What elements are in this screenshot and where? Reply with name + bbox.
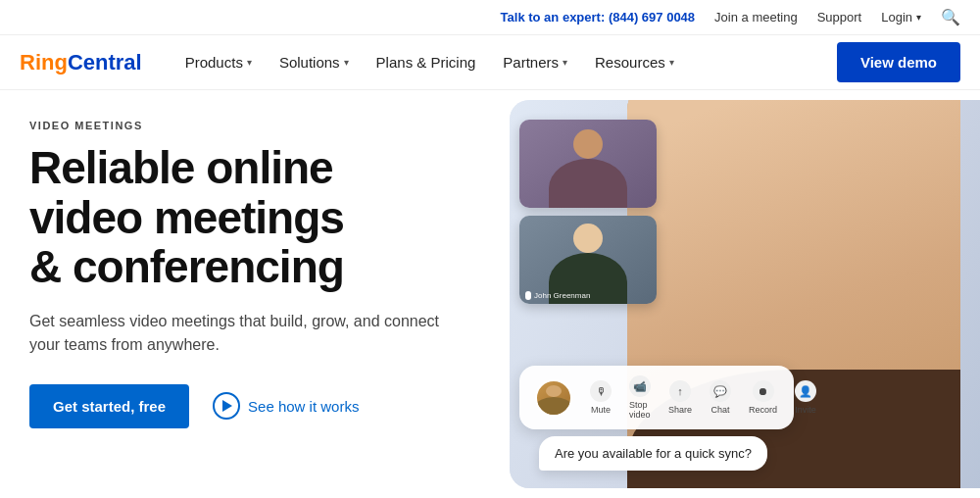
- control-share[interactable]: ↑ Share: [668, 380, 692, 415]
- control-invite[interactable]: 👤 Invite: [795, 380, 816, 415]
- nav-item-resources[interactable]: Resources ▾: [581, 35, 688, 90]
- participant-1-head: [573, 129, 603, 159]
- hero-headline: Reliable online video meetings & confere…: [29, 143, 490, 292]
- phone-number[interactable]: (844) 697 0048: [609, 10, 695, 25]
- support-link[interactable]: Support: [817, 10, 862, 25]
- nav-item-plans-pricing[interactable]: Plans & Pricing: [363, 35, 490, 90]
- nav-item-products[interactable]: Products ▾: [172, 35, 266, 90]
- main-person-image: [627, 100, 960, 488]
- controls-bar: 🎙 Mute 📹 Stop video ↑ Share 💬 Chat ⏺ Rec…: [519, 366, 794, 429]
- record-icon: ⏺: [753, 380, 774, 402]
- control-mute[interactable]: 🎙 Mute: [590, 380, 612, 415]
- hero-left: VIDEO MEETINGS Reliable online video mee…: [0, 90, 510, 498]
- chevron-down-icon: ▾: [247, 57, 252, 68]
- play-icon: [213, 392, 240, 420]
- avatar: [535, 379, 572, 417]
- nav-links: Products ▾ Solutions ▾ Plans & Pricing P…: [172, 35, 837, 90]
- control-record[interactable]: ⏺ Record: [749, 380, 777, 415]
- mic-icon: [525, 291, 531, 300]
- get-started-button[interactable]: Get started, free: [29, 384, 189, 428]
- hero-subtext: Get seamless video meetings that build, …: [29, 310, 441, 357]
- participant-name-label: John Greenman: [525, 291, 590, 300]
- logo[interactable]: RingCentral: [20, 50, 142, 75]
- avatar-body: [536, 397, 571, 415]
- logo-ring: Ring: [20, 50, 68, 75]
- view-demo-button[interactable]: View demo: [837, 42, 960, 82]
- hero-eyebrow: VIDEO MEETINGS: [29, 120, 490, 131]
- invite-icon: 👤: [795, 380, 816, 402]
- join-meeting-link[interactable]: Join a meeting: [714, 10, 798, 25]
- mute-icon: 🎙: [590, 380, 612, 402]
- see-how-button[interactable]: See how it works: [213, 392, 359, 420]
- hero-section: VIDEO MEETINGS Reliable online video mee…: [0, 90, 980, 498]
- video-tile-participant-1: [519, 120, 657, 208]
- hero-right-visual: John Greenman 🎙 Mute 📹 Stop video: [510, 100, 980, 488]
- expert-text: Talk to an expert: (844) 697 0048: [501, 10, 696, 25]
- nav-item-partners[interactable]: Partners ▾: [489, 35, 581, 90]
- play-triangle: [222, 400, 232, 412]
- video-icon: 📹: [629, 375, 651, 397]
- message-bubble: Are you available for a quick sync?: [539, 436, 767, 471]
- participant-1-body: [549, 159, 627, 208]
- share-icon: ↑: [669, 380, 691, 402]
- logo-central: Central: [68, 50, 142, 75]
- chevron-down-icon: ▾: [344, 57, 349, 68]
- control-chat[interactable]: 💬 Chat: [710, 380, 731, 415]
- chevron-down-icon: ▾: [669, 57, 674, 68]
- top-bar: Talk to an expert: (844) 697 0048 Join a…: [0, 0, 980, 35]
- chevron-down-icon: ▾: [563, 57, 567, 68]
- control-stop-video[interactable]: 📹 Stop video: [629, 375, 651, 420]
- hero-buttons: Get started, free See how it works: [29, 384, 490, 428]
- search-icon[interactable]: 🔍: [941, 8, 960, 26]
- nav-bar: RingCentral Products ▾ Solutions ▾ Plans…: [0, 35, 980, 90]
- video-tiles: John Greenman: [519, 120, 657, 304]
- login-button[interactable]: Login ▾: [881, 10, 921, 25]
- participant-2-head: [573, 224, 603, 253]
- avatar-head: [546, 385, 562, 397]
- video-tile-participant-2: John Greenman: [519, 216, 657, 304]
- chat-icon: 💬: [710, 380, 731, 402]
- nav-item-solutions[interactable]: Solutions ▾: [266, 35, 363, 90]
